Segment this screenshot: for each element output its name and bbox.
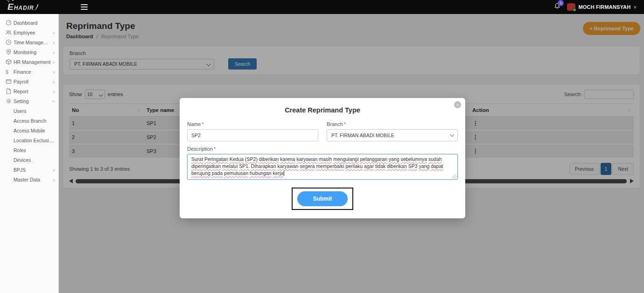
branch-field-label: Branch* xyxy=(327,121,458,127)
dashboard-icon xyxy=(6,20,14,26)
sidebar-item-dashboard[interactable]: Dashboard xyxy=(0,18,58,28)
chevron-right-icon: › xyxy=(53,59,55,65)
user-name: MOCH FIRMANSYAH xyxy=(578,4,630,10)
sidebar-item-hr-management[interactable]: HR Management › xyxy=(0,57,58,67)
sidebar-item-time-management[interactable]: Time Management › xyxy=(0,37,58,47)
chevron-right-icon: › xyxy=(53,30,55,35)
topbar: EHADIR 1 MOCH FIRMANSYAH ∨ xyxy=(0,0,644,14)
click-target-annotation: Submit xyxy=(292,188,354,210)
chevron-down-icon: › xyxy=(51,100,56,102)
chevron-right-icon: › xyxy=(53,177,55,182)
sidebar-item-payroll[interactable]: Payroll › xyxy=(0,77,58,86)
sidebar: Dashboard Employee › Time Management › M… xyxy=(0,14,59,293)
file-icon xyxy=(6,88,14,94)
description-field-label: Description* xyxy=(187,146,458,152)
chevron-right-icon: › xyxy=(53,167,55,173)
create-reprimand-type-modal: × Create Reprimand Type Name* Branch* PT… xyxy=(180,98,465,218)
menu-toggle-icon[interactable] xyxy=(81,3,88,11)
sidebar-item-users[interactable]: Users xyxy=(0,106,58,116)
sidebar-item-monitoring[interactable]: Monitoring › xyxy=(0,47,58,57)
notification-count-badge: 1 xyxy=(558,0,564,6)
chevron-right-icon: › xyxy=(53,89,55,94)
app-logo: EHADIR xyxy=(7,2,38,12)
sidebar-item-bpjs[interactable]: BPJS › xyxy=(0,165,58,174)
logo-swoosh-decoration xyxy=(34,3,38,11)
close-icon[interactable]: × xyxy=(454,101,461,108)
map-pin-icon xyxy=(6,49,14,55)
modal-title: Create Reprimand Type xyxy=(187,106,458,114)
sidebar-item-master-data[interactable]: Master Data › xyxy=(0,174,58,184)
sidebar-item-setting[interactable]: Setting › xyxy=(0,96,58,106)
sidebar-item-location-exclusions[interactable]: Location Exclusions xyxy=(0,135,58,145)
employee-icon xyxy=(6,29,14,35)
logo-dots-decoration xyxy=(7,0,8,0)
user-menu[interactable]: MOCH FIRMANSYAH ∨ xyxy=(567,3,637,11)
sidebar-item-report[interactable]: Report › xyxy=(0,86,58,96)
submit-button[interactable]: Submit xyxy=(297,191,348,206)
notifications-button[interactable]: 1 xyxy=(554,3,560,11)
sidebar-item-devices[interactable]: Devices xyxy=(0,155,58,165)
chevron-right-icon: › xyxy=(53,79,55,84)
branch-select[interactable]: PT. FIRMAN ABADI MOBILE xyxy=(327,129,458,141)
sidebar-item-access-mobile[interactable]: Access Mobile xyxy=(0,126,58,135)
sidebar-item-access-branch[interactable]: Access Branch xyxy=(0,116,58,126)
dollar-icon: $ xyxy=(6,69,14,75)
textarea-resize-handle[interactable] xyxy=(452,174,456,178)
chevron-right-icon: › xyxy=(53,49,55,55)
logo-text: EHADIR xyxy=(7,2,34,12)
required-asterisk: * xyxy=(214,146,216,152)
cube-icon xyxy=(6,59,14,65)
gear-icon xyxy=(6,98,14,104)
sidebar-item-finance[interactable]: $ Finance › xyxy=(0,67,58,77)
chevron-right-icon: › xyxy=(53,40,55,45)
required-asterisk: * xyxy=(202,121,203,127)
user-avatar xyxy=(567,3,575,11)
wallet-icon xyxy=(6,78,14,84)
sidebar-item-employee[interactable]: Employee › xyxy=(0,28,58,37)
description-textarea[interactable]: Surat Peringatan Kedua (SP2) diberikan k… xyxy=(187,154,458,180)
chevron-right-icon: › xyxy=(53,69,55,75)
clock-icon xyxy=(6,39,14,45)
name-field-label: Name* xyxy=(187,121,318,127)
chevron-down-icon: ∨ xyxy=(633,5,637,9)
sidebar-item-roles[interactable]: Roles xyxy=(0,145,58,155)
name-input[interactable] xyxy=(187,129,318,141)
required-asterisk: * xyxy=(344,121,346,127)
